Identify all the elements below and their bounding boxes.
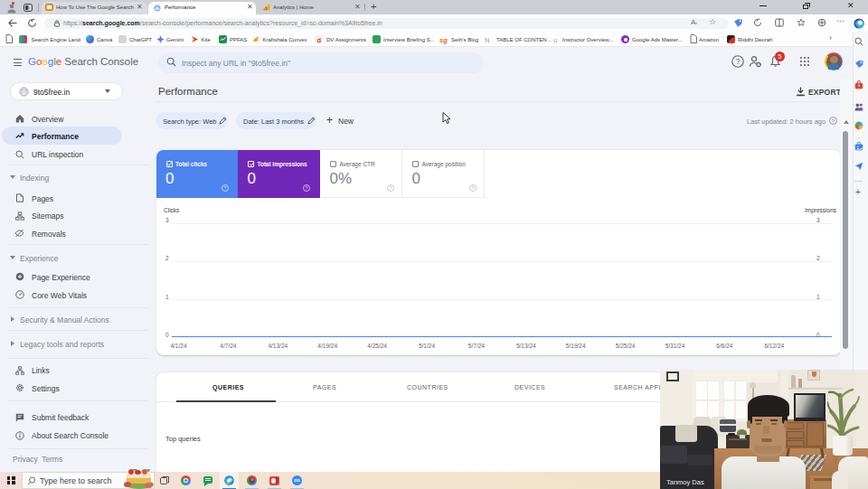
svg-text:?: ?: [306, 185, 308, 191]
svg-text:?: ?: [390, 185, 392, 191]
svg-text:?: ?: [224, 185, 227, 191]
svg-text:?: ?: [736, 57, 741, 66]
svg-text:?: ?: [472, 185, 475, 191]
svg-text:?: ?: [831, 118, 835, 123]
